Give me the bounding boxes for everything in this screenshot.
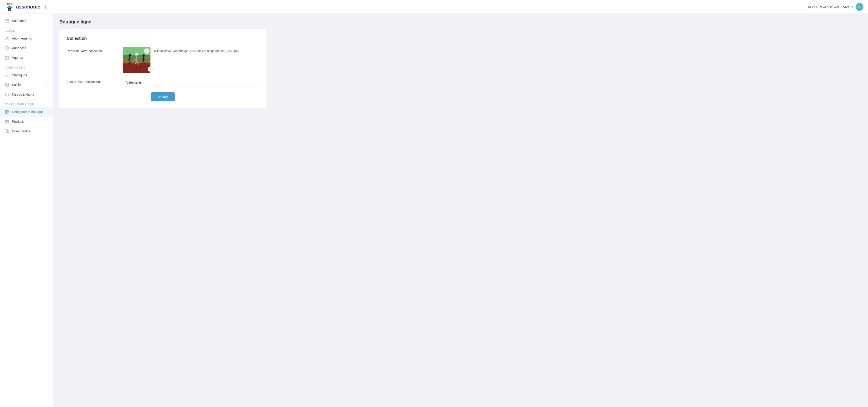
svg-line-45: [142, 62, 144, 64]
svg-rect-17: [7, 83, 8, 84]
avatar: S: [856, 3, 863, 11]
svg-line-33: [128, 62, 130, 64]
sidebar-item-mes-operations[interactable]: Mes opérations: [0, 90, 53, 99]
sidebar-item-label: Agenda: [12, 56, 23, 60]
svg-line-40: [137, 62, 138, 65]
photo-row: Photo de votre collection: [67, 47, 259, 73]
svg-marker-3: [6, 5, 13, 8]
collection-name-row: nom de votre collection:: [67, 78, 259, 87]
exclamation-icon: [5, 46, 9, 50]
svg-rect-11: [5, 56, 8, 60]
collection-name-label: nom de votre collection:: [67, 78, 117, 83]
svg-point-7: [6, 37, 8, 38]
collection-name-input[interactable]: [123, 78, 259, 87]
photo-content: ✏ × aille minimal : width(largeur)>=800p…: [123, 47, 259, 73]
sidebar-item-label: Saisie: [12, 83, 21, 87]
svg-point-20: [5, 93, 9, 96]
svg-line-43: [142, 59, 144, 61]
person-icon: [5, 36, 9, 41]
photo-container: ✏ ×: [123, 47, 151, 73]
page-title: Boutique ligne: [59, 19, 862, 25]
svg-line-34: [130, 62, 131, 64]
user-name: SHAOLIN CHOW GAR QUACH: [808, 5, 853, 8]
main-content: Boutique ligne Collection Photo de votre…: [53, 14, 868, 407]
header-right: SHAOLIN CHOW GAR QUACH S: [808, 3, 863, 11]
sidebar-item-configurer-boutique[interactable]: Configurer la boutique: [0, 107, 53, 117]
sidebar-item-abonnements[interactable]: Abonnements: [0, 34, 53, 43]
svg-rect-23: [5, 130, 8, 132]
sidebar-section-outils: OUTILS: [0, 26, 53, 34]
svg-line-39: [135, 62, 137, 65]
svg-point-25: [8, 132, 8, 133]
svg-point-29: [129, 54, 131, 57]
sidebar-item-boite-mail[interactable]: Boite mail: [0, 16, 53, 26]
sidebar-item-annonces[interactable]: Annonces: [0, 43, 53, 53]
circle-c-icon: [5, 92, 9, 97]
sidebar-item-commandes[interactable]: Commandes: [0, 126, 53, 136]
valider-button[interactable]: Valider: [151, 92, 175, 101]
calendar-icon: [5, 56, 9, 60]
sidebar-item-label: Boite mail: [12, 19, 26, 23]
sidebar-item-label: Annonces: [12, 46, 26, 50]
gear-icon: [5, 110, 9, 114]
svg-point-0: [7, 3, 9, 5]
svg-point-21: [6, 111, 8, 113]
svg-point-24: [5, 132, 6, 133]
sidebar-section-comptabilite: COMPTABILITÉ: [0, 63, 53, 70]
logo-area: assohome: [5, 2, 40, 12]
chevron-right-icon: ›: [47, 83, 48, 87]
svg-rect-5: [9, 9, 10, 11]
svg-rect-27: [123, 63, 151, 73]
chart-icon: [5, 73, 9, 77]
header-left: assohome ❮: [5, 2, 48, 12]
header: assohome ❮ SHAOLIN CHOW GAR QUACH S: [0, 0, 868, 14]
svg-line-38: [137, 58, 140, 58]
mail-icon: [5, 19, 9, 23]
svg-line-37: [134, 58, 137, 61]
collection-name-content: [123, 78, 259, 87]
grid-icon: [5, 82, 9, 87]
sidebar-item-label: Configurer la boutique: [12, 110, 44, 114]
svg-rect-19: [7, 85, 8, 87]
svg-point-2: [10, 3, 12, 5]
sidebar-item-saisie[interactable]: Saisie ›: [0, 80, 53, 90]
photo-remove-button[interactable]: ×: [148, 67, 153, 72]
svg-rect-16: [5, 83, 7, 84]
logo-icon: [5, 2, 15, 12]
sidebar-item-agenda[interactable]: Agenda: [0, 53, 53, 63]
svg-point-41: [143, 54, 145, 57]
sidebar: Boite mail OUTILS Abonnements Annonce: [0, 14, 53, 407]
sidebar-item-produits[interactable]: Produits: [0, 117, 53, 126]
collapse-button[interactable]: ❮: [43, 3, 48, 10]
svg-line-31: [128, 58, 130, 60]
sidebar-section-boutique: BOUTIQUE EN LIGNE: [0, 99, 53, 107]
sidebar-item-label: Statitiques: [12, 73, 27, 77]
shop-icon: [5, 119, 9, 124]
sidebar-item-label: Produits: [12, 120, 24, 124]
photo-hint: aille minimal : width(largeur)>=800px et…: [154, 47, 239, 53]
button-row: Valider: [67, 92, 259, 101]
logo-text: assohome: [16, 4, 40, 10]
truck-icon: [5, 129, 9, 134]
svg-point-10: [7, 48, 7, 49]
sidebar-item-label: Abonnements: [12, 37, 32, 40]
sidebar-item-label: Mes opérations: [12, 93, 34, 96]
card-title: Collection: [67, 36, 259, 41]
svg-point-1: [9, 3, 10, 5]
layout: Boite mail OUTILS Abonnements Annonce: [0, 14, 868, 407]
sidebar-item-label: Commandes: [12, 129, 30, 133]
svg-line-32: [130, 58, 132, 59]
sidebar-item-statistiques[interactable]: Statitiques: [0, 70, 53, 80]
collection-card: Collection Photo de votre collection: [59, 29, 267, 108]
svg-rect-18: [5, 85, 7, 87]
photo-label: Photo de votre collection: [67, 47, 117, 53]
photo-edit-button[interactable]: ✏: [144, 48, 150, 54]
svg-point-35: [135, 53, 138, 56]
svg-line-46: [144, 62, 145, 64]
svg-line-44: [144, 59, 145, 60]
